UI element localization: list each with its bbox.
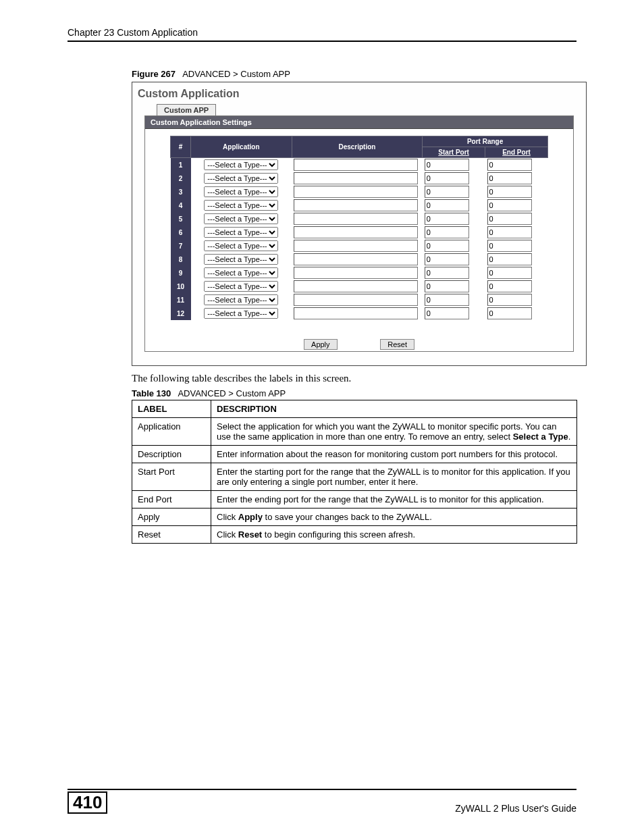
screenshot-panel: Custom Application Custom APP Custom App… — [132, 82, 587, 366]
start-port-input[interactable] — [425, 172, 469, 184]
description-input[interactable] — [294, 226, 418, 238]
description-cell: Click Apply to save your changes back to… — [211, 509, 577, 526]
description-input[interactable] — [294, 186, 418, 198]
description-input[interactable] — [294, 199, 418, 211]
description-cell: Enter information about the reason for m… — [211, 446, 577, 463]
description-cell: Click Reset to begin configuring this sc… — [211, 526, 577, 544]
col-portrange: Port Range — [423, 136, 548, 147]
end-port-input[interactable] — [487, 172, 532, 184]
end-port-input[interactable] — [487, 280, 532, 292]
row-number: 6 — [171, 226, 191, 239]
start-port-input[interactable] — [425, 226, 469, 238]
table-row: End PortEnter the ending port for the ra… — [132, 491, 577, 509]
row-number: 11 — [171, 293, 191, 307]
table-row: ApplyClick Apply to save your changes ba… — [132, 509, 577, 526]
reset-button[interactable]: Reset — [380, 339, 414, 350]
label-cell: Application — [132, 418, 211, 446]
table-row: 5---Select a Type--- — [171, 212, 548, 226]
end-port-input[interactable] — [487, 159, 532, 171]
application-select[interactable]: ---Select a Type--- — [204, 267, 278, 278]
table-row: 12---Select a Type--- — [171, 307, 548, 320]
figure-number: Figure 267 — [132, 69, 176, 79]
end-port-input[interactable] — [487, 307, 532, 319]
section-bar: Custom Application Settings — [145, 116, 573, 129]
col-endport: End Port — [485, 147, 548, 158]
end-port-input[interactable] — [487, 226, 532, 238]
description-cell: Select the application for which you wan… — [211, 418, 577, 446]
col-startport: Start Port — [423, 147, 485, 158]
button-row: Apply Reset — [145, 325, 573, 351]
start-port-input[interactable] — [425, 307, 469, 319]
description-input[interactable] — [294, 253, 418, 265]
description-table: LABEL DESCRIPTION ApplicationSelect the … — [132, 400, 577, 544]
application-select[interactable]: ---Select a Type--- — [204, 200, 278, 211]
application-select[interactable]: ---Select a Type--- — [204, 173, 278, 184]
end-port-input[interactable] — [487, 213, 532, 225]
description-input[interactable] — [294, 307, 418, 319]
panel-title: Custom Application — [138, 88, 582, 100]
figure-caption-text: ADVANCED > Custom APP — [182, 69, 290, 79]
table-row: 11---Select a Type--- — [171, 293, 548, 307]
description-input[interactable] — [294, 172, 418, 184]
application-select[interactable]: ---Select a Type--- — [204, 213, 278, 224]
description-cell: Enter the ending port for the range that… — [211, 491, 577, 509]
end-port-input[interactable] — [487, 186, 532, 198]
apply-button[interactable]: Apply — [304, 339, 338, 350]
row-number: 1 — [171, 158, 191, 172]
description-input[interactable] — [294, 294, 418, 306]
table-row: 1---Select a Type--- — [171, 158, 548, 172]
start-port-input[interactable] — [425, 280, 469, 292]
desc-head-description: DESCRIPTION — [211, 400, 577, 418]
table-row: 9---Select a Type--- — [171, 266, 548, 280]
application-select[interactable]: ---Select a Type--- — [204, 281, 278, 292]
application-select[interactable]: ---Select a Type--- — [204, 159, 278, 170]
application-select[interactable]: ---Select a Type--- — [204, 227, 278, 238]
table-row: 6---Select a Type--- — [171, 226, 548, 239]
application-select[interactable]: ---Select a Type--- — [204, 254, 278, 265]
table-row: 8---Select a Type--- — [171, 253, 548, 266]
description-input[interactable] — [294, 240, 418, 252]
label-cell: Description — [132, 446, 211, 463]
intro-text: The following table describes the labels… — [132, 373, 576, 384]
application-select[interactable]: ---Select a Type--- — [204, 186, 278, 197]
table-row: Start PortEnter the starting port for th… — [132, 463, 577, 491]
row-number: 9 — [171, 266, 191, 280]
table-row: DescriptionEnter information about the r… — [132, 446, 577, 463]
application-select[interactable]: ---Select a Type--- — [204, 294, 278, 305]
start-port-input[interactable] — [425, 253, 469, 265]
start-port-input[interactable] — [425, 294, 469, 306]
table-number: Table 130 — [132, 388, 171, 398]
chapter-header: Chapter 23 Custom Application — [68, 27, 576, 42]
col-description: Description — [292, 136, 423, 158]
label-cell: Start Port — [132, 463, 211, 491]
start-port-input[interactable] — [425, 159, 469, 171]
row-number: 5 — [171, 212, 191, 226]
figure-caption: Figure 267 ADVANCED > Custom APP — [132, 69, 576, 79]
row-number: 12 — [171, 307, 191, 320]
end-port-input[interactable] — [487, 240, 532, 252]
table-row: 10---Select a Type--- — [171, 280, 548, 293]
description-input[interactable] — [294, 159, 418, 171]
end-port-input[interactable] — [487, 267, 532, 279]
label-cell: Reset — [132, 526, 211, 544]
start-port-input[interactable] — [425, 240, 469, 252]
row-number: 2 — [171, 172, 191, 185]
description-input[interactable] — [294, 213, 418, 225]
end-port-input[interactable] — [487, 253, 532, 265]
end-port-input[interactable] — [487, 199, 532, 211]
label-cell: End Port — [132, 491, 211, 509]
table-row: 7---Select a Type--- — [171, 239, 548, 253]
table-row: ApplicationSelect the application for wh… — [132, 418, 577, 446]
description-input[interactable] — [294, 280, 418, 292]
description-input[interactable] — [294, 267, 418, 279]
application-select[interactable]: ---Select a Type--- — [204, 240, 278, 251]
start-port-input[interactable] — [425, 199, 469, 211]
start-port-input[interactable] — [425, 213, 469, 225]
tab-custom-app[interactable]: Custom APP — [157, 104, 216, 115]
application-select[interactable]: ---Select a Type--- — [204, 308, 278, 319]
table-row: 3---Select a Type--- — [171, 185, 548, 199]
table-caption: Table 130 ADVANCED > Custom APP — [132, 388, 576, 398]
start-port-input[interactable] — [425, 267, 469, 279]
start-port-input[interactable] — [425, 186, 469, 198]
end-port-input[interactable] — [487, 294, 532, 306]
